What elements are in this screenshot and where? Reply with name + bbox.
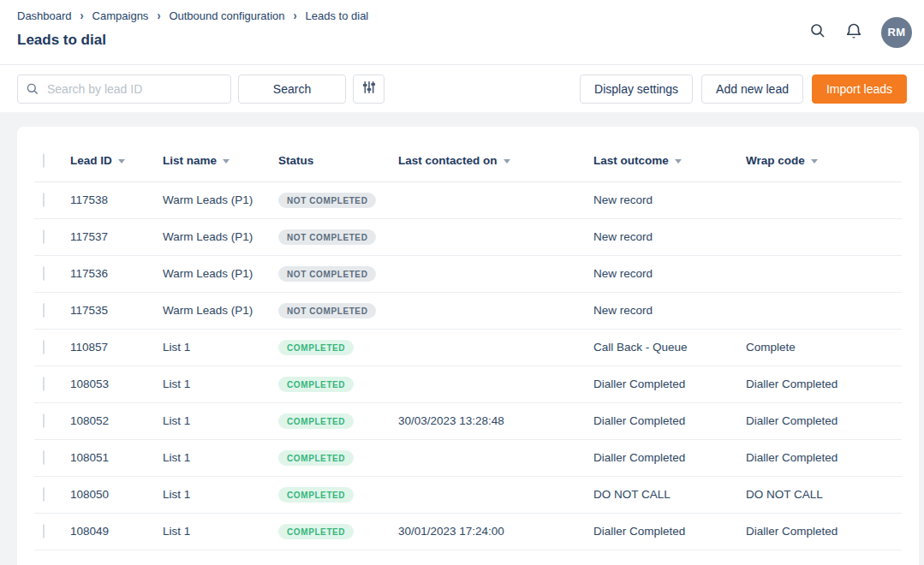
cell-last-contacted-on [398,439,593,476]
filter-sliders-icon [362,80,376,97]
cell-last-contacted-on: 30/03/2023 13:28:48 [398,402,593,439]
column-header-wrap-code[interactable]: Wrap code [746,127,902,181]
status-badge: COMPLETED [278,340,354,355]
cell-last-outcome: Dialler Completed [593,439,746,476]
select-all-checkbox[interactable] [43,153,45,168]
table-body: 117538 Warm Leads (P1) NOT COMPLETED New… [34,181,902,550]
table-row[interactable]: 117538 Warm Leads (P1) NOT COMPLETED New… [34,181,902,218]
cell-list-name: List 1 [163,329,278,366]
cell-list-name: List 1 [163,513,278,550]
row-checkbox[interactable] [43,229,45,244]
breadcrumb-item-dashboard[interactable]: Dashboard [17,9,72,22]
cell-list-name: List 1 [163,402,278,439]
row-checkbox[interactable] [43,487,45,502]
cell-lead-id: 108052 [70,402,163,439]
breadcrumb-item-leads-to-dial: Leads to dial [306,9,369,22]
filter-button[interactable] [353,74,385,104]
row-checkbox[interactable] [43,340,45,354]
cell-wrap-code [746,181,902,218]
page-content: Lead ID List name Status Last contacted … [0,112,924,565]
status-badge: COMPLETED [278,413,354,429]
row-checkbox[interactable] [43,303,45,318]
cell-wrap-code: Complete [746,329,902,366]
row-checkbox[interactable] [43,524,45,538]
cell-last-contacted-on [398,476,593,513]
table-row[interactable]: 108051 List 1 COMPLETED Dialler Complete… [34,439,902,476]
table-row[interactable]: 117535 Warm Leads (P1) NOT COMPLETED New… [34,292,902,329]
cell-last-contacted-on [398,255,593,292]
cell-list-name: Warm Leads (P1) [163,255,278,292]
header-right: RM [809,0,912,64]
table-row[interactable]: 117537 Warm Leads (P1) NOT COMPLETED New… [34,218,902,255]
column-header-last-outcome[interactable]: Last outcome [593,127,746,181]
cell-last-contacted-on [398,292,593,329]
search-field-wrap [17,74,231,104]
cell-lead-id: 117535 [70,292,163,329]
table-row[interactable]: 108049 List 1 COMPLETED 30/01/2023 17:24… [34,513,902,550]
cell-last-contacted-on [398,218,593,255]
cell-wrap-code [746,255,902,292]
toolbar: Search Display settings Add new lead Imp… [0,65,924,112]
sort-caret-icon [118,159,125,164]
column-label: Lead ID [70,154,112,167]
cell-last-contacted-on [398,329,593,366]
cell-wrap-code [746,292,902,329]
column-header-last-contacted-on[interactable]: Last contacted on [398,127,593,181]
cell-status: COMPLETED [278,439,398,476]
column-header-list-name[interactable]: List name [163,127,278,181]
cell-last-contacted-on [398,366,593,402]
cell-last-outcome: DO NOT CALL [593,476,746,513]
cell-status: NOT COMPLETED [278,181,398,218]
table-row[interactable]: 117536 Warm Leads (P1) NOT COMPLETED New… [34,255,902,292]
bell-icon [845,22,862,43]
row-checkbox[interactable] [43,377,45,391]
cell-lead-id: 108050 [70,476,163,513]
status-badge: NOT COMPLETED [278,303,376,318]
cell-last-outcome: Dialler Completed [593,513,746,550]
breadcrumb-item-campaigns[interactable]: Campaigns [92,9,149,22]
cell-lead-id: 108053 [70,366,163,402]
cell-lead-id: 110857 [70,329,163,366]
cell-status: NOT COMPLETED [278,218,398,255]
cell-lead-id: 108049 [70,513,163,550]
app-header: Dashboard › Campaigns › Outbound configu… [0,0,924,65]
toolbar-actions: Display settings Add new lead Import lea… [580,74,907,104]
status-badge: COMPLETED [278,450,354,466]
column-header-lead-id[interactable]: Lead ID [70,127,163,181]
cell-list-name: List 1 [163,476,278,513]
add-new-lead-button[interactable]: Add new lead [701,74,803,104]
status-badge: COMPLETED [278,377,354,392]
cell-list-name: List 1 [163,439,278,476]
global-search-button[interactable] [809,22,826,42]
cell-status: NOT COMPLETED [278,255,398,292]
search-input[interactable] [17,74,231,104]
row-checkbox[interactable] [43,193,45,207]
avatar[interactable]: RM [881,17,912,48]
breadcrumb-separator-icon: › [294,9,297,23]
sort-caret-icon [811,159,818,164]
table-row[interactable]: 108053 List 1 COMPLETED Dialler Complete… [34,366,902,402]
table-row[interactable]: 108050 List 1 COMPLETED DO NOT CALL DO N… [34,476,902,513]
breadcrumb-item-outbound-configuration[interactable]: Outbound configuration [169,9,284,22]
column-header-status: Status [278,127,398,181]
table-row[interactable]: 108052 List 1 COMPLETED 30/03/2023 13:28… [34,402,902,439]
cell-list-name: List 1 [163,366,278,402]
row-checkbox[interactable] [43,450,45,465]
column-label: Wrap code [746,154,805,167]
cell-last-outcome: New record [593,218,746,255]
cell-list-name: Warm Leads (P1) [163,218,278,255]
search-button[interactable]: Search [238,74,346,104]
notifications-button[interactable] [845,22,862,43]
leads-table-card: Lead ID List name Status Last contacted … [17,127,919,565]
table-row[interactable]: 110857 List 1 COMPLETED Call Back - Queu… [34,329,902,366]
cell-lead-id: 117537 [70,218,163,255]
row-checkbox[interactable] [43,266,45,281]
cell-lead-id: 117536 [70,255,163,292]
cell-wrap-code [746,218,902,255]
column-label: List name [163,154,217,167]
import-leads-button[interactable]: Import leads [812,74,907,104]
cell-status: COMPLETED [278,366,398,402]
cell-list-name: Warm Leads (P1) [163,292,278,329]
display-settings-button[interactable]: Display settings [580,74,693,104]
row-checkbox[interactable] [43,413,45,428]
